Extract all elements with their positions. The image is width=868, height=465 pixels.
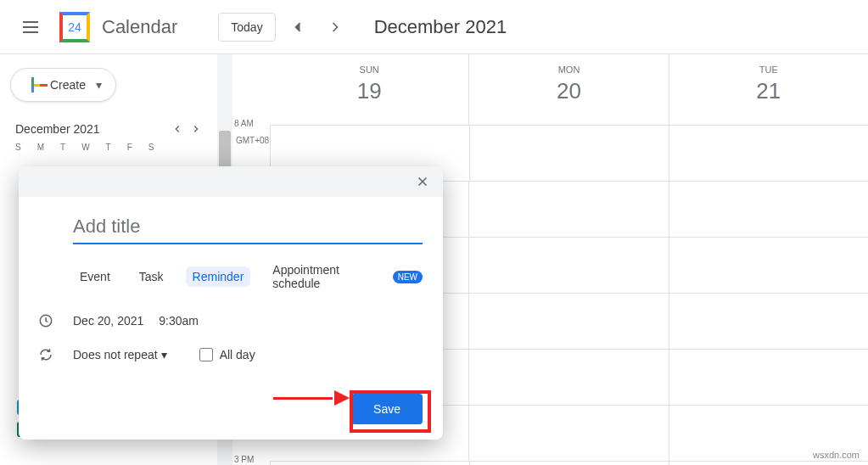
tab-reminder[interactable]: Reminder bbox=[186, 266, 251, 287]
tab-task[interactable]: Task bbox=[132, 266, 171, 287]
grid-cell[interactable] bbox=[669, 182, 868, 237]
grid-cell[interactable] bbox=[669, 126, 868, 181]
plus-icon bbox=[25, 77, 40, 92]
title-input[interactable] bbox=[73, 210, 423, 244]
chevron-left-icon bbox=[289, 19, 306, 36]
calendar-logo[interactable]: 24 bbox=[58, 10, 92, 44]
allday-input[interactable] bbox=[199, 348, 213, 361]
grid-cell[interactable] bbox=[469, 462, 669, 465]
annotation-arrow bbox=[273, 394, 350, 402]
grid-cell[interactable] bbox=[669, 350, 868, 405]
day-header[interactable]: MON 20 bbox=[468, 54, 668, 125]
create-label: Create bbox=[50, 78, 86, 92]
create-event-modal: Event Task Reminder Appointment schedule… bbox=[19, 166, 443, 440]
grid-cell[interactable] bbox=[669, 294, 868, 349]
time-label: 3 PM bbox=[234, 455, 254, 464]
chevron-down-icon: ▾ bbox=[96, 78, 102, 92]
current-period-title[interactable]: December 2021 bbox=[374, 16, 507, 38]
repeat-icon bbox=[37, 346, 54, 363]
timezone-label: GMT+08 bbox=[236, 136, 269, 145]
tab-appointment[interactable]: Appointment schedule bbox=[266, 260, 377, 294]
next-period-button[interactable] bbox=[322, 14, 349, 41]
save-button[interactable]: Save bbox=[351, 394, 423, 424]
create-button[interactable]: Create ▾ bbox=[10, 68, 116, 102]
grid-cell[interactable] bbox=[669, 238, 868, 293]
app-title: Calendar bbox=[102, 16, 177, 38]
time-label: 8 AM bbox=[234, 119, 254, 128]
mini-calendar-day-letters: SMTWTFS bbox=[10, 136, 207, 159]
menu-button[interactable] bbox=[10, 7, 51, 48]
tab-event[interactable]: Event bbox=[73, 266, 117, 287]
close-icon bbox=[415, 174, 430, 189]
mini-calendar-title: December 2021 bbox=[15, 122, 100, 136]
day-header[interactable]: SUN 19 bbox=[270, 54, 468, 125]
calendar-logo-day: 24 bbox=[59, 12, 90, 42]
grid-cell[interactable] bbox=[468, 294, 668, 349]
hamburger-icon bbox=[23, 21, 38, 33]
mini-next-icon[interactable] bbox=[190, 123, 202, 135]
allday-label: All day bbox=[220, 348, 255, 361]
grid-cell[interactable] bbox=[468, 350, 668, 405]
grid-cell[interactable] bbox=[669, 462, 868, 465]
time-field[interactable]: 9:30am bbox=[159, 314, 199, 328]
grid-cell[interactable] bbox=[468, 238, 668, 293]
today-button[interactable]: Today bbox=[218, 13, 275, 42]
allday-checkbox[interactable]: All day bbox=[199, 348, 255, 361]
grid-cell[interactable] bbox=[270, 462, 469, 465]
day-header[interactable]: TUE 21 bbox=[669, 54, 868, 125]
grid-cell[interactable] bbox=[469, 126, 669, 181]
grid-cell[interactable] bbox=[468, 406, 668, 461]
grid-cell[interactable] bbox=[468, 182, 668, 237]
chevron-right-icon bbox=[327, 19, 344, 36]
close-button[interactable] bbox=[412, 171, 433, 192]
chevron-down-icon: ▾ bbox=[161, 348, 167, 361]
new-badge: NEW bbox=[393, 271, 423, 283]
prev-period-button[interactable] bbox=[284, 14, 311, 41]
repeat-dropdown[interactable]: Does not repeat ▾ bbox=[73, 348, 167, 361]
watermark: wsxdn.com bbox=[813, 450, 860, 460]
clock-icon bbox=[37, 312, 54, 329]
mini-prev-icon[interactable] bbox=[171, 123, 183, 135]
date-field[interactable]: Dec 20, 2021 bbox=[73, 314, 143, 328]
